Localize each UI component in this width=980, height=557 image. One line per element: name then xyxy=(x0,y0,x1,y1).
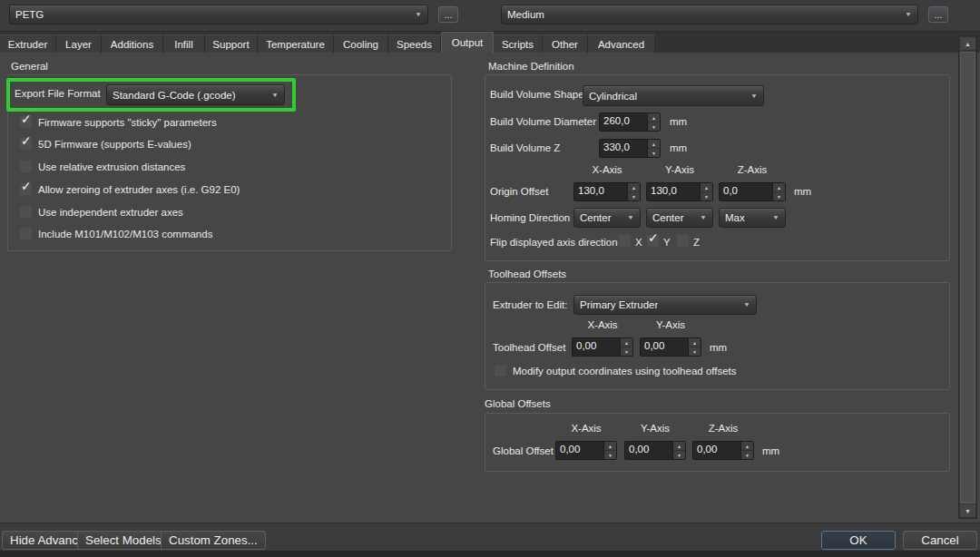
spinner-buttons: ▲▼ xyxy=(700,183,712,200)
md-x-axis-header: X-Axis xyxy=(573,164,641,175)
modify-output-coordinates-checkbox[interactable]: ✓ xyxy=(495,365,506,376)
toolhead-offset-y-input[interactable]: 0,00 ▲▼ xyxy=(640,337,701,357)
tab-speeds[interactable]: Speeds xyxy=(388,34,441,53)
scroll-up-button[interactable]: ▲ xyxy=(959,36,976,51)
homing-direction-x-select[interactable]: Center ▼ xyxy=(573,208,641,228)
spin-up-button[interactable]: ▲ xyxy=(648,113,660,122)
tab-layer[interactable]: Layer xyxy=(56,34,102,53)
spin-up-button[interactable]: ▲ xyxy=(673,442,685,451)
extruder-to-edit-value: Primary Extruder xyxy=(580,299,658,310)
spin-up-button[interactable]: ▲ xyxy=(604,442,616,451)
spinner-buttons: ▲▼ xyxy=(688,338,701,356)
cancel-button[interactable]: Cancel xyxy=(903,531,977,550)
chevron-down-icon: ▼ xyxy=(266,92,279,98)
tab-temperature[interactable]: Temperature xyxy=(258,34,334,53)
scroll-down-button[interactable]: ▼ xyxy=(959,503,976,518)
quality-more-button[interactable]: ... xyxy=(928,6,948,23)
flip-axis-x-checkbox[interactable]: ✓ xyxy=(619,235,631,247)
global-offset-label: Global Offset xyxy=(493,445,554,457)
scrollbar-thumb[interactable] xyxy=(960,52,975,503)
spin-down-button[interactable]: ▼ xyxy=(604,451,616,459)
spin-down-button[interactable]: ▼ xyxy=(673,451,685,459)
checkbox-allow-zeroing[interactable]: ✓ xyxy=(20,183,32,195)
ok-button[interactable]: OK xyxy=(821,531,896,550)
tab-support[interactable]: Support xyxy=(205,34,258,53)
process-more-button[interactable]: ... xyxy=(438,6,458,23)
window-bottom-edge xyxy=(0,551,980,557)
export-file-format-select[interactable]: Standard G-Code (.gcode) ▼ xyxy=(106,84,285,105)
global-offset-y-input[interactable]: 0,00 ▲▼ xyxy=(624,441,686,460)
build-volume-shape-value: Cylindrical xyxy=(589,91,637,102)
checkbox-independent-extruder[interactable]: ✓ xyxy=(20,206,32,218)
checkbox-allow-zeroing-label: Allow zeroing of extruder axes (i.e. G92… xyxy=(38,183,240,196)
chevron-down-icon: ▼ xyxy=(694,214,707,220)
spin-down-button[interactable]: ▼ xyxy=(741,451,753,459)
checkbox-5d-firmware[interactable]: ✓ xyxy=(20,138,32,150)
check-icon: ✓ xyxy=(648,230,659,245)
spinner-buttons: ▲▼ xyxy=(603,442,616,459)
tab-scripts[interactable]: Scripts xyxy=(494,34,543,53)
go-z-axis-header: Z-Axis xyxy=(692,423,754,434)
check-icon: ✓ xyxy=(21,112,32,126)
checkbox-sticky-parameters[interactable]: ✓ xyxy=(20,116,32,128)
extruder-to-edit-select[interactable]: Primary Extruder ▼ xyxy=(573,295,757,315)
spin-down-button[interactable]: ▼ xyxy=(648,149,660,157)
tab-other[interactable]: Other xyxy=(543,34,588,53)
spin-up-button[interactable]: ▲ xyxy=(701,183,712,192)
tab-additions[interactable]: Additions xyxy=(102,34,163,53)
origin-offset-x-input[interactable]: 130,0 ▲▼ xyxy=(573,182,641,201)
spinner-buttons: ▲▼ xyxy=(620,338,632,356)
build-volume-z-input[interactable]: 330,0 ▲▼ xyxy=(599,139,661,158)
origin-offset-z-input[interactable]: 0,0 ▲▼ xyxy=(719,182,786,201)
spin-down-button[interactable]: ▼ xyxy=(689,347,701,356)
tab-infill[interactable]: Infill xyxy=(163,34,205,53)
spin-down-button[interactable]: ▼ xyxy=(773,192,785,200)
checkbox-relative-extrusion[interactable]: ✓ xyxy=(20,161,32,172)
go-y-axis-header: Y-Axis xyxy=(624,423,686,434)
spin-up-button[interactable]: ▲ xyxy=(689,338,701,347)
quality-profile-select[interactable]: Medium ▼ xyxy=(501,5,918,24)
tab-advanced[interactable]: Advanced xyxy=(588,34,655,53)
build-volume-z-unit: mm xyxy=(670,142,687,154)
settings-tab-bar: Extruder Layer Additions Infill Support … xyxy=(0,32,980,53)
build-volume-z-label: Build Volume Z xyxy=(490,142,560,154)
spin-up-button[interactable]: ▲ xyxy=(628,183,640,192)
build-volume-shape-select[interactable]: Cylindrical ▼ xyxy=(583,85,764,106)
spin-up-button[interactable]: ▲ xyxy=(621,338,632,347)
homing-direction-label: Homing Direction xyxy=(490,211,570,224)
build-volume-shape-label: Build Volume Shape xyxy=(490,88,584,101)
flip-axis-y-checkbox[interactable]: ✓ xyxy=(647,235,659,247)
process-profile-select[interactable]: PETG ▼ xyxy=(9,5,428,24)
homing-direction-y-select[interactable]: Center ▼ xyxy=(646,208,713,228)
chevron-down-icon: ▼ xyxy=(622,214,634,220)
global-offset-z-input[interactable]: 0,00 ▲▼ xyxy=(692,441,754,460)
spin-up-button[interactable]: ▲ xyxy=(741,442,753,451)
spinner-buttons: ▲▼ xyxy=(740,442,753,459)
checkbox-m101-commands[interactable]: ✓ xyxy=(20,228,32,239)
spin-down-button[interactable]: ▼ xyxy=(621,347,632,356)
spin-down-button[interactable]: ▼ xyxy=(701,192,712,200)
spin-up-button[interactable]: ▲ xyxy=(773,183,785,192)
toolhead-offset-unit: mm xyxy=(710,341,727,354)
toolhead-offset-x-input[interactable]: 0,00 ▲▼ xyxy=(572,337,633,357)
build-volume-z-value: 330,0 xyxy=(600,140,647,157)
extruder-to-edit-label: Extruder to Edit: xyxy=(493,298,567,311)
spin-down-button[interactable]: ▼ xyxy=(648,122,660,131)
build-volume-diameter-input[interactable]: 260,0 ▲▼ xyxy=(599,112,661,132)
flip-axis-z-checkbox[interactable]: ✓ xyxy=(677,235,689,247)
spin-up-button[interactable]: ▲ xyxy=(648,140,660,149)
global-offset-y-value: 0,00 xyxy=(625,442,672,459)
tab-output[interactable]: Output xyxy=(441,32,494,53)
origin-offset-y-input[interactable]: 130,0 ▲▼ xyxy=(646,182,713,201)
global-offset-x-input[interactable]: 0,00 ▲▼ xyxy=(555,441,617,460)
vertical-scrollbar[interactable]: ▲ ▼ xyxy=(958,35,977,519)
checkbox-sticky-parameters-label: Firmware supports "sticky" parameters xyxy=(38,116,217,129)
custom-zones-button[interactable]: Custom Zones... xyxy=(161,531,266,550)
spin-down-button[interactable]: ▼ xyxy=(628,192,640,200)
toolhead-offset-x-value: 0,00 xyxy=(573,338,620,356)
tab-extruder[interactable]: Extruder xyxy=(0,34,56,53)
homing-direction-z-select[interactable]: Max ▼ xyxy=(719,208,786,228)
to-x-axis-header: X-Axis xyxy=(572,319,633,330)
check-icon: ✓ xyxy=(21,179,32,193)
tab-cooling[interactable]: Cooling xyxy=(334,34,388,53)
